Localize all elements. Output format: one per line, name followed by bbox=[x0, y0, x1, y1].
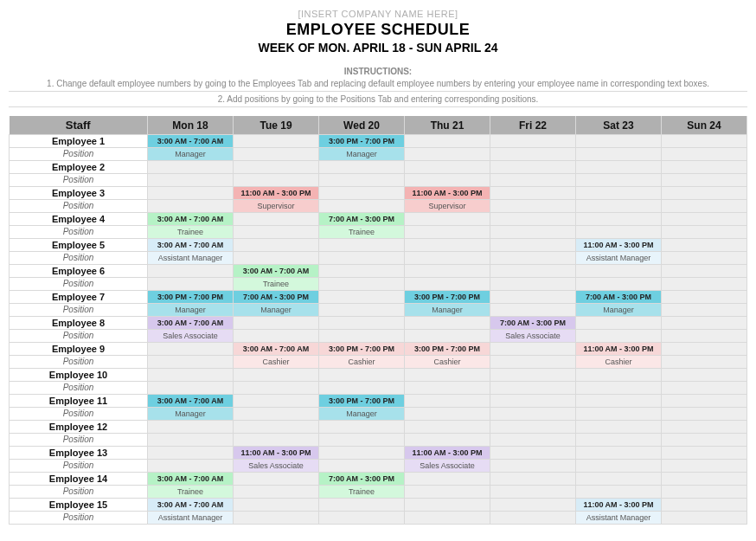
shift-time-cell[interactable] bbox=[490, 161, 576, 174]
employee-name[interactable]: Employee 10 bbox=[10, 369, 148, 382]
shift-position-cell[interactable] bbox=[319, 434, 405, 447]
shift-time-cell[interactable]: 3:00 AM - 7:00 AM bbox=[148, 213, 234, 226]
shift-position-cell[interactable] bbox=[490, 486, 576, 499]
shift-time-cell[interactable] bbox=[576, 213, 662, 226]
shift-position-cell[interactable] bbox=[405, 226, 490, 239]
shift-time-cell[interactable] bbox=[319, 161, 405, 174]
shift-time-cell[interactable] bbox=[319, 317, 405, 330]
shift-time-cell[interactable] bbox=[662, 187, 747, 200]
shift-position-cell[interactable]: Manager bbox=[405, 304, 490, 317]
shift-position-cell[interactable] bbox=[662, 408, 747, 421]
shift-time-cell[interactable] bbox=[576, 187, 662, 200]
shift-time-cell[interactable] bbox=[490, 369, 576, 382]
shift-time-cell[interactable] bbox=[662, 317, 747, 330]
shift-time-cell[interactable] bbox=[490, 447, 576, 460]
shift-time-cell[interactable]: 3:00 AM - 7:00 AM bbox=[148, 395, 234, 408]
shift-position-cell[interactable] bbox=[576, 408, 662, 421]
shift-time-cell[interactable] bbox=[234, 317, 319, 330]
shift-time-cell[interactable] bbox=[319, 291, 405, 304]
shift-position-cell[interactable] bbox=[662, 148, 747, 161]
shift-time-cell[interactable] bbox=[490, 213, 576, 226]
shift-position-cell[interactable] bbox=[490, 356, 576, 369]
employee-name[interactable]: Employee 13 bbox=[10, 447, 148, 460]
shift-time-cell[interactable] bbox=[576, 265, 662, 278]
shift-time-cell[interactable] bbox=[576, 421, 662, 434]
shift-time-cell[interactable]: 11:00 AM - 3:00 PM bbox=[405, 187, 490, 200]
shift-time-cell[interactable]: 11:00 AM - 3:00 PM bbox=[405, 447, 490, 460]
shift-time-cell[interactable] bbox=[319, 499, 405, 512]
shift-time-cell[interactable] bbox=[490, 473, 576, 486]
shift-time-cell[interactable]: 3:00 PM - 7:00 PM bbox=[319, 343, 405, 356]
shift-time-cell[interactable] bbox=[319, 239, 405, 252]
shift-time-cell[interactable]: 3:00 AM - 7:00 AM bbox=[234, 265, 319, 278]
shift-position-cell[interactable] bbox=[576, 148, 662, 161]
shift-time-cell[interactable] bbox=[148, 343, 234, 356]
shift-position-cell[interactable] bbox=[148, 356, 234, 369]
shift-position-cell[interactable]: Supervisor bbox=[405, 200, 490, 213]
shift-time-cell[interactable] bbox=[662, 473, 747, 486]
shift-position-cell[interactable] bbox=[234, 252, 319, 265]
shift-time-cell[interactable] bbox=[405, 369, 490, 382]
shift-time-cell[interactable]: 3:00 AM - 7:00 AM bbox=[148, 239, 234, 252]
shift-time-cell[interactable] bbox=[662, 395, 747, 408]
shift-time-cell[interactable]: 7:00 AM - 3:00 PM bbox=[234, 291, 319, 304]
shift-position-cell[interactable] bbox=[662, 512, 747, 525]
shift-time-cell[interactable] bbox=[662, 369, 747, 382]
employee-name[interactable]: Employee 14 bbox=[10, 473, 148, 486]
shift-position-cell[interactable] bbox=[405, 252, 490, 265]
shift-position-cell[interactable]: Cashier bbox=[234, 356, 319, 369]
shift-position-cell[interactable] bbox=[662, 304, 747, 317]
shift-position-cell[interactable] bbox=[405, 486, 490, 499]
employee-name[interactable]: Employee 5 bbox=[10, 239, 148, 252]
shift-position-cell[interactable] bbox=[405, 434, 490, 447]
shift-position-cell[interactable] bbox=[490, 382, 576, 395]
shift-time-cell[interactable] bbox=[234, 473, 319, 486]
shift-time-cell[interactable] bbox=[148, 161, 234, 174]
shift-position-cell[interactable] bbox=[148, 460, 234, 473]
shift-position-cell[interactable] bbox=[662, 330, 747, 343]
shift-position-cell[interactable] bbox=[576, 330, 662, 343]
shift-position-cell[interactable]: Assistant Manager bbox=[576, 252, 662, 265]
shift-time-cell[interactable] bbox=[405, 421, 490, 434]
shift-time-cell[interactable] bbox=[576, 473, 662, 486]
shift-time-cell[interactable] bbox=[662, 447, 747, 460]
shift-time-cell[interactable] bbox=[576, 447, 662, 460]
shift-position-cell[interactable] bbox=[148, 278, 234, 291]
shift-time-cell[interactable] bbox=[490, 291, 576, 304]
shift-position-cell[interactable] bbox=[662, 486, 747, 499]
shift-time-cell[interactable] bbox=[662, 239, 747, 252]
company-name-placeholder[interactable]: [INSERT COMPANY NAME HERE] bbox=[9, 9, 747, 19]
shift-time-cell[interactable] bbox=[405, 161, 490, 174]
shift-position-cell[interactable]: Manager bbox=[148, 304, 234, 317]
shift-time-cell[interactable] bbox=[319, 369, 405, 382]
shift-position-cell[interactable] bbox=[234, 486, 319, 499]
shift-time-cell[interactable] bbox=[490, 239, 576, 252]
shift-position-cell[interactable]: Manager bbox=[148, 148, 234, 161]
shift-time-cell[interactable] bbox=[234, 213, 319, 226]
employee-name[interactable]: Employee 12 bbox=[10, 421, 148, 434]
shift-position-cell[interactable] bbox=[319, 304, 405, 317]
shift-time-cell[interactable]: 3:00 PM - 7:00 PM bbox=[405, 291, 490, 304]
shift-position-cell[interactable] bbox=[405, 148, 490, 161]
shift-position-cell[interactable] bbox=[234, 174, 319, 187]
shift-time-cell[interactable] bbox=[662, 343, 747, 356]
shift-time-cell[interactable] bbox=[234, 421, 319, 434]
shift-position-cell[interactable]: Trainee bbox=[319, 486, 405, 499]
shift-position-cell[interactable]: Cashier bbox=[319, 356, 405, 369]
shift-position-cell[interactable] bbox=[490, 512, 576, 525]
shift-position-cell[interactable] bbox=[234, 382, 319, 395]
shift-position-cell[interactable]: Manager bbox=[148, 408, 234, 421]
employee-name[interactable]: Employee 15 bbox=[10, 499, 148, 512]
shift-position-cell[interactable] bbox=[234, 226, 319, 239]
employee-name[interactable]: Employee 4 bbox=[10, 213, 148, 226]
shift-position-cell[interactable]: Cashier bbox=[405, 356, 490, 369]
shift-time-cell[interactable] bbox=[405, 135, 490, 148]
shift-time-cell[interactable]: 3:00 PM - 7:00 PM bbox=[148, 291, 234, 304]
shift-position-cell[interactable] bbox=[576, 382, 662, 395]
shift-time-cell[interactable] bbox=[234, 499, 319, 512]
shift-time-cell[interactable] bbox=[490, 499, 576, 512]
shift-time-cell[interactable] bbox=[234, 135, 319, 148]
shift-position-cell[interactable] bbox=[148, 200, 234, 213]
shift-time-cell[interactable] bbox=[405, 265, 490, 278]
shift-position-cell[interactable]: Assistant Manager bbox=[576, 512, 662, 525]
